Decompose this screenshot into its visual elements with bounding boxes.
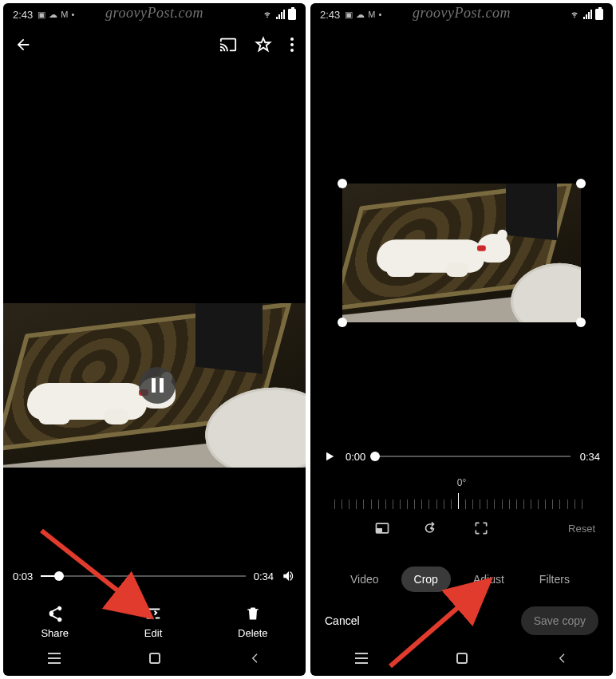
star-icon[interactable] xyxy=(255,36,272,53)
signal-icon xyxy=(583,10,592,19)
watermark-text: groovyPost.com xyxy=(105,5,203,22)
free-crop-icon[interactable] xyxy=(473,520,489,536)
app-top-bar xyxy=(3,26,306,64)
delete-label: Delete xyxy=(238,627,268,639)
screenshot-view-video: 2:43 ▣ ☁ M • groovyPost.com xyxy=(3,3,306,676)
wifi-icon xyxy=(569,10,580,18)
nav-home-icon[interactable] xyxy=(456,653,468,664)
back-arrow-icon[interactable] xyxy=(14,36,32,53)
nav-recent-icon[interactable] xyxy=(355,653,368,664)
crop-handle-bottom-right[interactable] xyxy=(576,318,586,327)
status-time: 2:43 xyxy=(13,9,33,21)
signal-icon xyxy=(276,10,285,19)
battery-icon xyxy=(595,9,603,20)
edit-button[interactable]: Edit xyxy=(144,605,162,639)
rotation-value: 0° xyxy=(310,477,613,488)
share-button[interactable]: Share xyxy=(41,605,69,639)
cloud-icon: ☁ xyxy=(49,10,57,20)
system-nav-bar xyxy=(310,641,613,676)
crop-frame-wrapper[interactable] xyxy=(342,184,581,322)
more-icon[interactable] xyxy=(290,37,294,53)
nav-back-icon[interactable] xyxy=(249,652,262,665)
watermark-text: groovyPost.com xyxy=(413,5,511,22)
svg-rect-5 xyxy=(376,528,382,533)
crop-handle-top-left[interactable] xyxy=(338,179,347,188)
edit-label: Edit xyxy=(144,627,162,639)
nav-recent-icon[interactable] xyxy=(48,653,61,664)
tab-crop[interactable]: Crop xyxy=(401,566,451,592)
scrubber[interactable] xyxy=(41,575,245,577)
aspect-ratio-icon[interactable] xyxy=(374,520,390,536)
volume-icon[interactable] xyxy=(282,569,296,583)
pause-button[interactable] xyxy=(139,367,176,404)
battery-icon xyxy=(288,9,296,20)
nav-home-icon[interactable] xyxy=(149,653,160,664)
cloud-icon: ☁ xyxy=(356,10,365,20)
time-current: 0:03 xyxy=(13,570,33,582)
delete-button[interactable]: Delete xyxy=(238,605,268,639)
video-frame xyxy=(342,184,581,322)
share-label: Share xyxy=(41,627,69,639)
status-right-icons xyxy=(262,9,296,20)
cast-icon[interactable] xyxy=(219,36,237,53)
bottom-row: Cancel Save copy xyxy=(310,606,613,635)
scrubber-row: 0:03 0:34 xyxy=(3,569,306,583)
mail-icon: M xyxy=(368,10,375,20)
save-copy-button[interactable]: Save copy xyxy=(521,606,598,635)
reset-button[interactable]: Reset xyxy=(568,523,595,535)
status-right-icons xyxy=(569,9,603,20)
wifi-icon xyxy=(262,10,273,18)
tab-adjust[interactable]: Adjust xyxy=(460,566,517,592)
picture-icon: ▣ xyxy=(345,10,353,20)
svg-point-0 xyxy=(290,38,294,41)
svg-point-1 xyxy=(290,43,294,46)
play-icon[interactable] xyxy=(323,450,336,463)
dog-subject xyxy=(377,228,506,284)
scrubber[interactable] xyxy=(375,456,570,457)
status-bar: 2:43 ▣ ☁ M • groovyPost.com xyxy=(3,3,306,26)
time-total: 0:34 xyxy=(580,451,600,463)
bottom-actions: Share Edit Delete xyxy=(3,605,306,639)
rotation-slider[interactable] xyxy=(334,491,589,509)
edit-tabs: Video Crop Adjust Filters xyxy=(310,566,613,592)
crop-handle-top-right[interactable] xyxy=(576,179,586,188)
svg-point-2 xyxy=(290,49,294,52)
tab-video[interactable]: Video xyxy=(338,566,392,592)
tab-filters[interactable]: Filters xyxy=(527,566,582,592)
crop-tools-row: Reset xyxy=(310,520,613,536)
picture-icon: ▣ xyxy=(38,10,45,20)
time-total: 0:34 xyxy=(254,570,274,582)
cancel-button[interactable]: Cancel xyxy=(325,614,360,627)
crop-handle-bottom-left[interactable] xyxy=(338,318,347,327)
nav-back-icon[interactable] xyxy=(556,652,569,665)
play-scrub-row: 0:00 0:34 xyxy=(310,450,613,463)
dot-icon: • xyxy=(378,10,381,20)
rotate-icon[interactable] xyxy=(424,520,440,536)
status-notification-icons: ▣ ☁ M • xyxy=(38,10,74,20)
status-bar: 2:43 ▣ ☁ M • groovyPost.com xyxy=(310,3,613,26)
screenshot-crop-editor: 2:43 ▣ ☁ M • groovyPost.com xyxy=(310,3,613,676)
status-time: 2:43 xyxy=(320,9,340,21)
system-nav-bar xyxy=(3,641,306,676)
video-frame[interactable] xyxy=(3,303,306,468)
dot-icon: • xyxy=(71,10,74,20)
status-notification-icons: ▣ ☁ M • xyxy=(345,10,381,20)
video-player-area xyxy=(3,64,306,676)
time-current: 0:00 xyxy=(346,451,365,463)
mail-icon: M xyxy=(61,10,68,20)
